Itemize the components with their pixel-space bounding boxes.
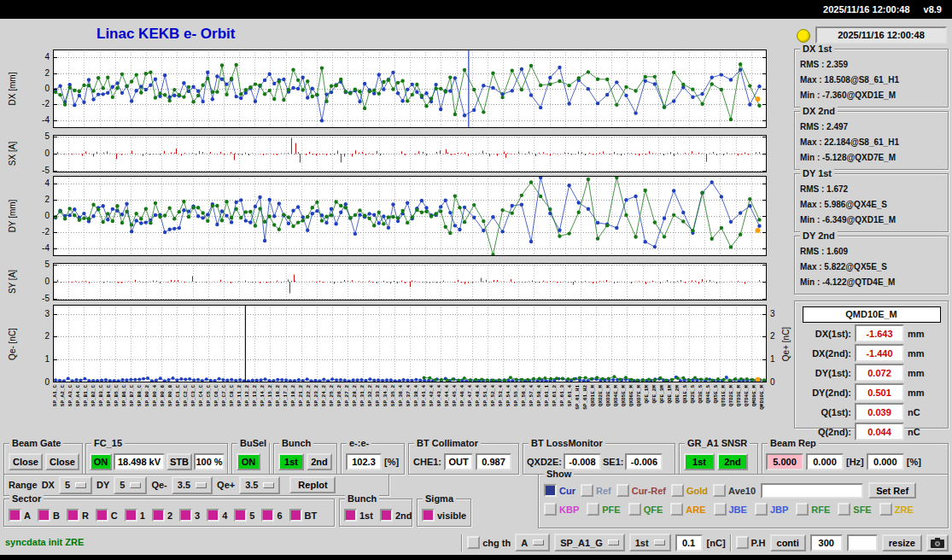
- range-qem-select[interactable]: 3.5: [172, 476, 213, 494]
- show-curves-row: CurRefCur-RefGoldAve10: [544, 484, 756, 497]
- sector-checkbox-3[interactable]: 3: [179, 509, 200, 522]
- group-title: Beam Gate: [9, 438, 63, 448]
- monitor-unit: nC: [908, 427, 920, 437]
- bpm-label: QFE_3M: [660, 385, 665, 404]
- bpm-label: SP_C7_C: [222, 385, 227, 406]
- monitor-row: Q(2nd): 0.044 nC: [798, 423, 944, 440]
- page-title: Linac KEKB e- Orbit: [96, 26, 235, 43]
- sector-checkbox-r[interactable]: R: [67, 509, 89, 522]
- titlebar-version: v8.9: [924, 4, 942, 15]
- charge-ratio-readout: 102.3: [346, 453, 382, 470]
- sector-option-select[interactable]: A: [515, 534, 550, 551]
- ref-name-input[interactable]: [761, 483, 863, 499]
- show-checkbox-rfe[interactable]: RFE: [796, 503, 830, 516]
- sector-checkbox-5[interactable]: 5: [234, 509, 254, 522]
- range-dy-select[interactable]: 5: [114, 476, 147, 494]
- bunch-checkbox-2nd[interactable]: 2nd: [380, 509, 412, 522]
- dropdown-indicator-icon: [263, 482, 274, 488]
- show-checkbox-ave10[interactable]: Ave10: [713, 484, 756, 497]
- sector-checkbox-2[interactable]: 2: [152, 509, 172, 522]
- sector-items: ABRC123456BT: [9, 509, 317, 522]
- sector-group: Sector ABRC123456BT: [3, 499, 335, 527]
- dy-orbit-plot: [53, 176, 767, 256]
- chg-th-checkbox[interactable]: chg th: [467, 536, 511, 549]
- show-checkbox-zre[interactable]: ZRE: [879, 503, 914, 516]
- show-checkbox-pfe[interactable]: PFE: [587, 503, 620, 516]
- beam-gate-close-1-button[interactable]: Close: [9, 453, 43, 470]
- stat-box-dx-1st: DX 1st RMS : 2.359 Max : 18.508@S8_61_H1…: [794, 49, 949, 108]
- conti-button[interactable]: conti: [770, 534, 806, 551]
- y-axis-tick-label: -2: [32, 99, 50, 108]
- selected-value: A: [521, 538, 528, 548]
- show-checkbox-cur[interactable]: Cur: [544, 484, 575, 497]
- show-checkbox-qfe[interactable]: QFE: [628, 503, 663, 516]
- beam-rep-set-readout: 5.000: [766, 453, 803, 470]
- range-frame: Range DX 5 DY 5 Qe- 3.5 Qe+ 3.5 Replot: [3, 474, 389, 496]
- range-qep-select[interactable]: 3.5: [239, 476, 280, 494]
- gr-a1-2nd-button[interactable]: 2nd: [717, 453, 748, 470]
- nc-unit-label: [nC]: [707, 538, 726, 548]
- bpm-option-select[interactable]: SP_A1_G: [554, 534, 625, 551]
- checkbox-indicator: [755, 503, 768, 516]
- bpm-label: QXD3E_M: [606, 385, 611, 406]
- show-checkbox-are[interactable]: ARE: [670, 503, 705, 516]
- checkbox-indicator: [422, 509, 435, 522]
- show-checkbox-gold[interactable]: Gold: [671, 484, 708, 497]
- sector-checkbox-b[interactable]: B: [38, 509, 60, 522]
- checkbox-label: ARE: [686, 505, 705, 515]
- bpm-label: SP_11_2: [237, 385, 242, 406]
- show-checkbox-sfe[interactable]: SFE: [838, 503, 871, 516]
- bunch-1st-button[interactable]: 1st: [278, 453, 304, 470]
- busel-group: BuSel ON: [231, 443, 270, 475]
- stat-max: Max : 22.184@S8_61_H1: [800, 135, 899, 149]
- checkbox-label: ZRE: [895, 505, 914, 515]
- screenshot-button[interactable]: [926, 534, 949, 551]
- bpm-label: QMD9E_M: [752, 385, 757, 406]
- bpm-label: QX4E_S: [706, 385, 711, 404]
- fc15-on-button[interactable]: ON: [90, 453, 112, 470]
- sigma-checkbox-visible[interactable]: visible: [422, 509, 466, 522]
- gr-a1-1st-button[interactable]: 1st: [684, 453, 715, 470]
- bpm-label: SP_12_2: [245, 385, 250, 406]
- stat-box-title: DX 2nd: [800, 106, 838, 116]
- monitor-label: DY(1st):: [798, 368, 851, 378]
- show-checkbox-jbe[interactable]: JBE: [714, 503, 747, 516]
- sector-checkbox-c[interactable]: C: [96, 509, 118, 522]
- set-ref-button[interactable]: Set Ref: [868, 482, 916, 499]
- fc15-stb-button[interactable]: STB: [166, 453, 192, 470]
- show-checkbox-jbp[interactable]: JBP: [755, 503, 788, 516]
- ph-checkbox[interactable]: P.H: [736, 536, 766, 549]
- sector-checkbox-4[interactable]: 4: [207, 509, 227, 522]
- show-checkbox-ref[interactable]: Ref: [581, 484, 611, 497]
- sector-checkbox-bt[interactable]: BT: [289, 509, 318, 522]
- qxd2e-readout: -0.008: [564, 453, 601, 470]
- bunch-checkbox-1st[interactable]: 1st: [344, 509, 373, 522]
- sector-checkbox-a[interactable]: A: [9, 509, 31, 522]
- stat-box-title: DY 1st: [800, 168, 834, 178]
- bunch-option-select[interactable]: 1st: [629, 534, 671, 551]
- show-checkbox-cur-ref[interactable]: Cur-Ref: [616, 484, 666, 497]
- y-axis-title: DX [mm]: [8, 73, 17, 106]
- aux-input[interactable]: [847, 534, 878, 551]
- chg-th-label: chg th: [482, 538, 511, 548]
- bpm-label: SP_17_2: [283, 385, 289, 406]
- busel-on-button[interactable]: ON: [237, 453, 260, 470]
- group-title: e-:e-: [347, 438, 371, 448]
- range-dx-select[interactable]: 5: [59, 476, 92, 494]
- checkbox-label: Ave10: [728, 486, 756, 496]
- bpm-label: SP_A2_C: [61, 385, 66, 406]
- sector-checkbox-1[interactable]: 1: [125, 509, 145, 522]
- bpm-label: QX1E_S: [683, 385, 688, 404]
- bunch-2nd-button[interactable]: 2nd: [307, 453, 332, 470]
- stat-rms: RMS : 1.672: [800, 182, 848, 196]
- stat-box-dy-2nd: DY 2nd RMS : 1.609 Max : 5.822@QX5E_S Mi…: [794, 236, 949, 295]
- beam-gate-close-2-button[interactable]: Close: [45, 453, 79, 470]
- resize-button[interactable]: resize: [882, 534, 922, 551]
- bpm-label: SP_C8_C: [230, 385, 235, 406]
- replot-button[interactable]: Replot: [289, 476, 336, 493]
- bunch-items: 1st2nd: [344, 509, 412, 522]
- threshold-input[interactable]: 0.1: [675, 534, 703, 551]
- sector-checkbox-6[interactable]: 6: [261, 509, 282, 522]
- interval-input[interactable]: 300: [810, 534, 843, 551]
- show-checkbox-kbp[interactable]: KBP: [544, 503, 579, 516]
